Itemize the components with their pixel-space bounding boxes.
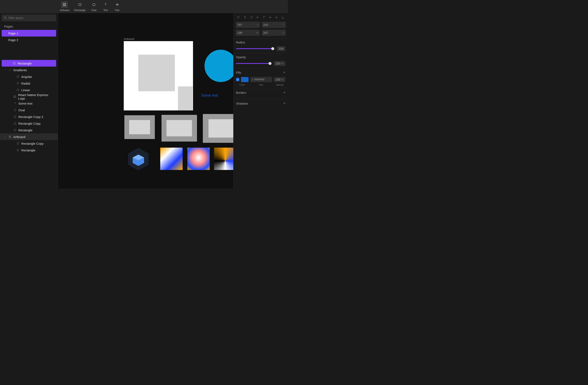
rect-icon [13, 122, 17, 125]
rect-icon [13, 115, 17, 118]
align-top-icon[interactable] [262, 15, 266, 20]
layer-label: Rectangle Copy [18, 122, 41, 125]
canvas-text[interactable]: Some text [201, 93, 218, 98]
sidebar: Pages Page 1 Page 2 RectangleGradientsAn… [0, 13, 58, 188]
fill-checkbox[interactable]: ✓ [236, 78, 239, 81]
layer-row[interactable]: Radial [0, 80, 58, 87]
layer-label: Rectangle [18, 128, 33, 132]
oval-icon [91, 1, 97, 8]
layer-label: Some text [18, 102, 33, 105]
pages-label: Pages [0, 23, 58, 30]
search-icon [4, 16, 7, 20]
layer-row[interactable]: React Native Express Logo [0, 93, 58, 100]
layer-row[interactable]: Linear [0, 87, 58, 93]
layer-row[interactable]: Gradients [0, 67, 58, 73]
rect-icon [13, 128, 17, 132]
rect-icon [13, 62, 16, 65]
svg-rect-13 [14, 116, 16, 117]
layer-row[interactable]: Rectangle [0, 147, 58, 154]
svg-point-11 [14, 96, 15, 96]
align-right-icon[interactable] [249, 15, 253, 20]
opacity-section: Opacity 100% [233, 53, 288, 68]
artboard-icon [8, 135, 12, 138]
coord-grid: 707X 210Y 109W 247H [233, 22, 288, 38]
x-input[interactable]: 707X [236, 22, 260, 28]
align-bottom-icon[interactable] [280, 15, 285, 20]
opacity-value[interactable]: 100% [274, 61, 285, 66]
tool-rectangle[interactable]: Rectangle [73, 0, 87, 13]
add-fill-button[interactable]: + [283, 70, 285, 75]
fills-section: Fills+ ✓ #FFFFFF 100% Color Hex Opacity [233, 68, 288, 88]
align-left-icon[interactable] [236, 15, 241, 20]
tool-text[interactable]: Text [101, 0, 110, 13]
layer-row[interactable]: Some text [0, 100, 58, 107]
tool-artboard[interactable]: Artboard [58, 0, 70, 13]
y-input[interactable]: 210Y [262, 22, 286, 28]
layers-list: RectangleGradientsAngularRadialLinearRea… [0, 60, 58, 154]
tool-pan[interactable]: Pan [113, 0, 122, 13]
align-center-v-icon[interactable] [268, 15, 273, 20]
canvas-gradient-angular[interactable] [214, 148, 233, 170]
fill-swatch[interactable] [241, 77, 249, 82]
distribute-v-icon[interactable] [274, 15, 279, 20]
svg-point-4 [4, 17, 6, 18]
canvas-rectangle-frame[interactable] [124, 115, 155, 139]
fill-opacity-input[interactable]: 100% [274, 77, 285, 82]
borders-section: Borders+ [233, 88, 288, 99]
canvas-logo[interactable] [127, 147, 150, 172]
layer-row[interactable]: Rectangle [2, 60, 56, 67]
canvas-gradient-radial[interactable] [187, 148, 210, 170]
svg-rect-0 [63, 3, 66, 6]
layer-label: Rectangle Copy [21, 142, 44, 145]
canvas-gradient-linear[interactable] [160, 148, 183, 170]
fill-hex-input[interactable]: #FFFFFF [250, 77, 272, 82]
chevron-down-icon[interactable] [4, 69, 7, 71]
filter-layers[interactable] [2, 15, 56, 21]
tool-label: Oval [91, 9, 97, 12]
layer-label: Rectangle [21, 148, 36, 152]
w-input[interactable]: 109W [236, 30, 260, 36]
svg-point-12 [14, 109, 16, 111]
tool-oval[interactable]: Oval [89, 0, 99, 13]
svg-rect-15 [14, 129, 16, 131]
h-input[interactable]: 247H [262, 30, 286, 36]
svg-point-3 [93, 3, 95, 6]
layer-label: Linear [21, 88, 30, 92]
page-row[interactable]: Page 2 [0, 37, 58, 43]
add-shadow-button[interactable]: + [283, 101, 285, 106]
canvas-oval[interactable] [205, 50, 233, 82]
layer-label: Rectangle Copy 2 [18, 115, 43, 119]
canvas[interactable]: Artboard Some text [58, 13, 233, 188]
svg-rect-10 [14, 96, 16, 97]
layer-row[interactable]: Rectangle [0, 127, 58, 134]
layer-row[interactable]: Artboard [0, 134, 58, 140]
canvas-rectangle[interactable] [178, 87, 193, 111]
chevron-down-icon[interactable] [4, 136, 7, 138]
filter-input[interactable] [8, 16, 54, 20]
distribute-h-icon[interactable] [255, 15, 260, 20]
radius-section: Radius 100 [233, 38, 288, 53]
canvas-rectangle[interactable] [138, 55, 175, 91]
layer-row[interactable]: Rectangle Copy 2 [0, 113, 58, 120]
tool-label: Rectangle [74, 9, 85, 12]
tool-label: Pan [115, 9, 119, 12]
image-icon [13, 95, 17, 98]
layer-row[interactable]: Rectangle Copy [0, 120, 58, 127]
layer-row[interactable]: Rectangle Copy [0, 140, 58, 147]
opacity-slider[interactable] [236, 63, 272, 64]
rect-icon [16, 82, 20, 85]
artboard-label[interactable]: Artboard [124, 38, 134, 41]
svg-rect-17 [10, 136, 11, 137]
layer-row[interactable]: Oval [0, 107, 58, 113]
add-border-button[interactable]: + [283, 91, 285, 95]
svg-rect-14 [14, 123, 16, 124]
page-row[interactable]: Page 1 [2, 30, 56, 37]
inspector: 707X 210Y 109W 247H Radius 100 Opacity 1… [233, 13, 288, 188]
layer-row[interactable]: Angular [0, 73, 58, 80]
align-row [233, 15, 288, 22]
align-center-h-icon[interactable] [243, 15, 247, 20]
radius-slider[interactable] [236, 48, 274, 49]
radius-value[interactable]: 100 [277, 46, 285, 51]
canvas-rectangle-frame[interactable] [203, 114, 233, 143]
canvas-rectangle-frame[interactable] [162, 115, 197, 141]
